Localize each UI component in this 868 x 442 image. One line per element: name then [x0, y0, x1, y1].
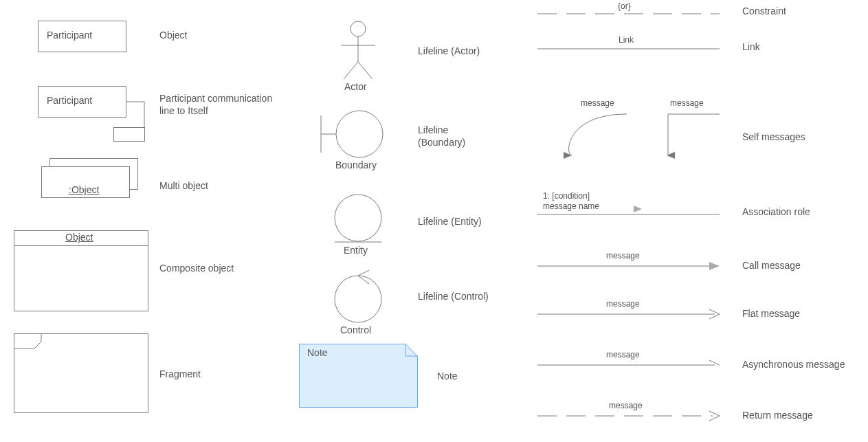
self-messages-symbol [537, 110, 730, 165]
svg-line-36 [709, 416, 720, 421]
assoc-text-2: message name [543, 201, 599, 211]
return-label: Return message [742, 410, 813, 421]
control-caption: Control [340, 324, 371, 335]
flat-text: message [606, 299, 640, 309]
control-label: Lifeline (Control) [418, 291, 489, 302]
self-msg-text-2: message [670, 98, 704, 108]
composite-label: Composite object [159, 263, 234, 274]
fragment-label: Fragment [159, 368, 201, 379]
actor-caption: Actor [344, 81, 367, 92]
link-text: Link [619, 35, 634, 45]
constraint-label: Constraint [742, 5, 786, 16]
note-text: Note [307, 347, 328, 358]
uml-sequence-legend: Participant Object Participant Participa… [0, 0, 868, 442]
actor-label: Lifeline (Actor) [418, 45, 480, 56]
composite-header-text: Object [65, 232, 93, 243]
svg-rect-2 [114, 128, 145, 142]
multi-object-text: :Object [69, 184, 99, 195]
object-label: Object [159, 30, 187, 41]
svg-rect-7 [14, 334, 148, 413]
self-msg-text-1: message [581, 98, 614, 108]
svg-line-33 [709, 360, 720, 365]
participant-comm-label-1: Participant communication [159, 93, 272, 104]
svg-marker-23 [564, 152, 572, 159]
call-text: message [606, 251, 640, 261]
actor-symbol [337, 21, 392, 89]
svg-point-18 [335, 276, 381, 322]
svg-point-8 [350, 21, 366, 36]
multi-object-symbol [41, 158, 151, 206]
flat-label: Flat message [742, 308, 800, 319]
async-text: message [606, 350, 640, 360]
call-label: Call message [742, 260, 801, 271]
entity-caption: Entity [344, 245, 368, 256]
constraint-symbol [537, 10, 723, 17]
multi-object-label: Multi object [159, 180, 208, 191]
async-label: Asynchronous message [742, 359, 845, 370]
composite-object-symbol [14, 230, 151, 313]
note-label: Note [437, 371, 458, 382]
return-text: message [606, 401, 645, 410]
link-label: Link [742, 41, 760, 52]
svg-marker-26 [634, 206, 642, 212]
svg-line-31 [709, 314, 720, 319]
call-message-symbol [537, 261, 723, 271]
async-message-symbol [537, 360, 723, 370]
svg-point-15 [336, 111, 383, 157]
self-msg-label: Self messages [742, 131, 805, 142]
return-message-symbol [537, 411, 723, 421]
boundary-caption: Boundary [335, 159, 377, 170]
control-symbol [333, 272, 388, 327]
entity-label: Lifeline (Entity) [418, 216, 482, 227]
boundary-symbol [320, 110, 402, 165]
constraint-text: {or} [615, 1, 634, 11]
svg-rect-6 [14, 246, 148, 311]
svg-line-30 [709, 309, 720, 314]
participant-comm-label-2: line to Itself [159, 105, 208, 116]
svg-point-16 [335, 195, 381, 241]
fragment-symbol [14, 333, 151, 416]
svg-marker-28 [709, 262, 720, 270]
flat-message-symbol [537, 309, 723, 319]
assoc-text-1: 1: [condition] [543, 191, 590, 201]
svg-line-12 [358, 62, 372, 79]
boundary-label-1: Lifeline [418, 124, 448, 135]
svg-line-19 [358, 270, 369, 276]
entity-symbol [333, 194, 388, 249]
boundary-label-2: (Boundary) [418, 137, 465, 148]
link-symbol [537, 47, 723, 51]
svg-line-11 [344, 62, 358, 79]
participant-self-symbol [38, 86, 155, 141]
participant-object-text: Participant [47, 30, 92, 41]
svg-line-35 [709, 411, 720, 416]
assoc-label: Association role [742, 206, 810, 217]
participant-self-text: Participant [47, 95, 92, 106]
